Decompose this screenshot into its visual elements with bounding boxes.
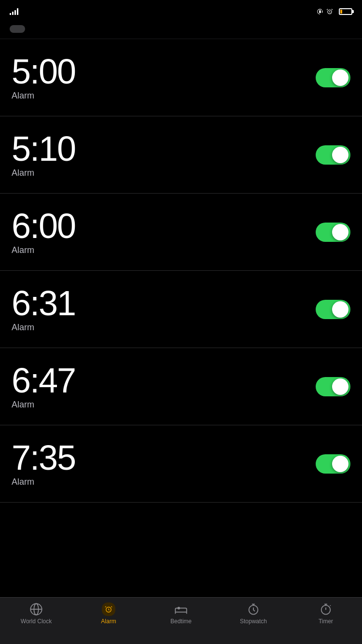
alarm-time: 5:00	[12, 54, 75, 89]
alarm-label: Alarm	[12, 477, 75, 487]
alarm-toggle[interactable]	[316, 300, 350, 319]
alarm-list: 5:00 Alarm 5:10 Alarm 6:00	[0, 39, 362, 549]
battery-icon	[339, 8, 352, 15]
alarm-label: Alarm	[12, 322, 75, 333]
alarm-label: Alarm	[12, 245, 75, 255]
alarm-toggle[interactable]	[316, 223, 350, 242]
alarm-item[interactable]: 5:10 Alarm	[0, 116, 362, 194]
edit-button[interactable]	[10, 25, 25, 33]
alarm-toggle[interactable]	[316, 68, 350, 87]
alarm-info: 5:00 Alarm	[12, 54, 75, 101]
svg-point-9	[321, 605, 331, 615]
alarm-label: Alarm	[12, 168, 75, 178]
alarm-time: 7:35	[12, 440, 75, 475]
tab-world-clock-label: World Clock	[21, 618, 52, 625]
alarm-time: 6:47	[12, 363, 75, 398]
alarm-toggle[interactable]	[316, 145, 350, 165]
tab-timer-label: Timer	[319, 618, 333, 625]
stopwatch-icon	[247, 602, 260, 616]
tab-bedtime[interactable]: Bedtime	[145, 602, 217, 625]
status-right	[317, 8, 352, 15]
alarm-tab-icon	[102, 602, 115, 616]
alarm-time: 6:00	[12, 209, 75, 243]
tab-stopwatch-label: Stopwatch	[240, 618, 267, 625]
alarm-toggle[interactable]	[316, 454, 350, 474]
alarm-toggle[interactable]	[316, 377, 350, 396]
nav-bar	[0, 21, 362, 39]
alarm-item[interactable]: 6:47 Alarm	[0, 348, 362, 425]
status-left	[10, 8, 24, 15]
tab-timer[interactable]: Timer	[290, 602, 362, 625]
tab-world-clock[interactable]: World Clock	[0, 602, 72, 625]
tab-alarm[interactable]: Alarm	[72, 602, 145, 625]
alarm-info: 7:35 Alarm	[12, 440, 75, 487]
tab-bar: World Clock Alarm Bedtime	[0, 597, 362, 644]
tab-stopwatch[interactable]: Stopwatch	[217, 602, 290, 625]
tab-alarm-label: Alarm	[101, 618, 116, 625]
alarm-time: 6:31	[12, 286, 75, 321]
alarm-info: 5:10 Alarm	[12, 131, 75, 178]
alarm-info: 6:31 Alarm	[12, 286, 75, 333]
alarm-item[interactable]: 7:35 Alarm	[0, 425, 362, 503]
alarm-info: 6:47 Alarm	[12, 363, 75, 410]
alarm-label: Alarm	[12, 400, 75, 410]
tab-bedtime-label: Bedtime	[170, 618, 192, 625]
signal-bars-icon	[10, 8, 18, 15]
alarm-item[interactable]: 5:00 Alarm	[0, 39, 362, 116]
alarm-label: Alarm	[12, 91, 75, 101]
svg-rect-1	[320, 10, 320, 11]
timer-icon	[319, 602, 333, 616]
rotation-lock-icon	[317, 8, 323, 15]
alarm-time: 5:10	[12, 131, 75, 166]
alarm-info: 6:00 Alarm	[12, 209, 75, 255]
globe-icon	[29, 602, 43, 616]
alarm-item[interactable]: 6:00 Alarm	[0, 194, 362, 271]
bed-icon	[174, 602, 188, 616]
alarm-status-icon	[326, 8, 333, 15]
status-bar	[0, 0, 362, 21]
svg-rect-0	[319, 11, 321, 13]
alarm-item[interactable]: 6:31 Alarm	[0, 271, 362, 348]
